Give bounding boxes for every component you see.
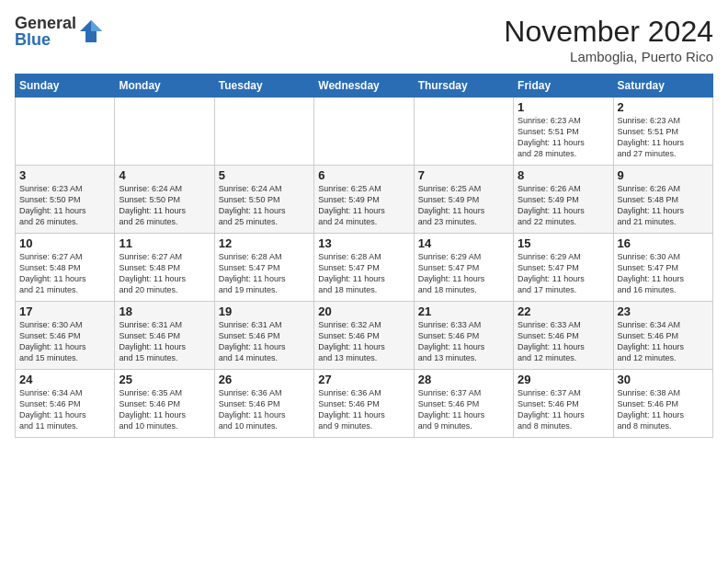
day-number: 29 [518, 373, 609, 386]
day-info: Sunrise: 6:29 AM Sunset: 5:47 PM Dayligh… [418, 251, 509, 296]
day-info: Sunrise: 6:33 AM Sunset: 5:46 PM Dayligh… [418, 319, 509, 364]
table-cell: 21Sunrise: 6:33 AM Sunset: 5:46 PM Dayli… [414, 302, 513, 370]
day-info: Sunrise: 6:24 AM Sunset: 5:50 PM Dayligh… [119, 183, 210, 228]
table-cell: 28Sunrise: 6:37 AM Sunset: 5:46 PM Dayli… [414, 370, 513, 438]
day-number: 14 [418, 236, 509, 250]
day-info: Sunrise: 6:38 AM Sunset: 5:46 PM Dayligh… [618, 387, 709, 432]
day-info: Sunrise: 6:30 AM Sunset: 5:46 PM Dayligh… [19, 319, 110, 364]
day-info: Sunrise: 6:33 AM Sunset: 5:46 PM Dayligh… [518, 319, 609, 364]
day-number: 1 [518, 100, 609, 114]
table-cell: 8Sunrise: 6:26 AM Sunset: 5:49 PM Daylig… [514, 166, 613, 234]
table-cell: 25Sunrise: 6:35 AM Sunset: 5:46 PM Dayli… [115, 370, 214, 438]
col-thursday: Thursday [414, 75, 513, 98]
col-monday: Monday [115, 75, 214, 98]
calendar-row: 3Sunrise: 6:23 AM Sunset: 5:50 PM Daylig… [16, 166, 713, 234]
table-cell: 26Sunrise: 6:36 AM Sunset: 5:46 PM Dayli… [214, 370, 313, 438]
day-number: 25 [119, 373, 210, 386]
day-number: 19 [219, 304, 310, 318]
day-number: 20 [318, 304, 409, 318]
table-cell: 24Sunrise: 6:34 AM Sunset: 5:46 PM Dayli… [16, 370, 115, 438]
table-cell [414, 98, 513, 166]
table-cell: 13Sunrise: 6:28 AM Sunset: 5:47 PM Dayli… [314, 234, 414, 302]
logo-blue: Blue [15, 31, 76, 48]
day-number: 22 [518, 304, 609, 318]
col-wednesday: Wednesday [314, 75, 414, 98]
day-number: 5 [219, 168, 310, 182]
table-cell: 4Sunrise: 6:24 AM Sunset: 5:50 PM Daylig… [115, 166, 214, 234]
table-cell: 29Sunrise: 6:37 AM Sunset: 5:46 PM Dayli… [514, 370, 613, 438]
calendar-page: General Blue November 2024 Lamboglia, Pu… [0, 0, 728, 563]
day-number: 3 [19, 168, 110, 182]
day-info: Sunrise: 6:36 AM Sunset: 5:46 PM Dayligh… [318, 387, 409, 432]
day-number: 8 [518, 168, 609, 182]
day-info: Sunrise: 6:28 AM Sunset: 5:47 PM Dayligh… [318, 251, 409, 296]
logo-general: General [15, 15, 76, 31]
table-cell: 30Sunrise: 6:38 AM Sunset: 5:46 PM Dayli… [613, 370, 712, 438]
day-number: 7 [418, 168, 509, 182]
day-number: 6 [318, 168, 409, 182]
table-cell: 5Sunrise: 6:24 AM Sunset: 5:50 PM Daylig… [214, 166, 313, 234]
day-number: 9 [618, 168, 709, 182]
calendar-row: 10Sunrise: 6:27 AM Sunset: 5:48 PM Dayli… [16, 234, 713, 302]
header-row: Sunday Monday Tuesday Wednesday Thursday… [16, 75, 713, 98]
day-number: 16 [618, 236, 709, 250]
day-number: 26 [219, 373, 310, 386]
location: Lamboglia, Puerto Rico [504, 49, 713, 64]
day-info: Sunrise: 6:26 AM Sunset: 5:49 PM Dayligh… [518, 183, 609, 228]
logo: General Blue [15, 15, 104, 48]
day-number: 4 [119, 168, 210, 182]
day-info: Sunrise: 6:37 AM Sunset: 5:46 PM Dayligh… [418, 387, 509, 432]
day-number: 28 [418, 373, 509, 386]
calendar-header: Sunday Monday Tuesday Wednesday Thursday… [16, 75, 713, 98]
day-info: Sunrise: 6:36 AM Sunset: 5:46 PM Dayligh… [219, 387, 310, 432]
day-info: Sunrise: 6:30 AM Sunset: 5:47 PM Dayligh… [618, 251, 709, 296]
day-number: 12 [219, 236, 310, 250]
table-cell: 14Sunrise: 6:29 AM Sunset: 5:47 PM Dayli… [414, 234, 513, 302]
table-cell: 22Sunrise: 6:33 AM Sunset: 5:46 PM Dayli… [514, 302, 613, 370]
table-cell [115, 98, 214, 166]
day-number: 18 [119, 304, 210, 318]
table-cell: 20Sunrise: 6:32 AM Sunset: 5:46 PM Dayli… [314, 302, 414, 370]
calendar-row: 1Sunrise: 6:23 AM Sunset: 5:51 PM Daylig… [16, 98, 713, 166]
table-cell: 18Sunrise: 6:31 AM Sunset: 5:46 PM Dayli… [115, 302, 214, 370]
table-cell [314, 98, 414, 166]
logo-icon [78, 18, 104, 44]
day-info: Sunrise: 6:34 AM Sunset: 5:46 PM Dayligh… [19, 387, 110, 432]
day-number: 30 [618, 373, 709, 386]
day-info: Sunrise: 6:23 AM Sunset: 5:50 PM Dayligh… [19, 183, 110, 228]
day-number: 24 [19, 373, 110, 386]
logo-text: General Blue [15, 15, 76, 48]
col-sunday: Sunday [16, 75, 115, 98]
table-cell [214, 98, 313, 166]
table-cell: 6Sunrise: 6:25 AM Sunset: 5:49 PM Daylig… [314, 166, 414, 234]
day-info: Sunrise: 6:27 AM Sunset: 5:48 PM Dayligh… [19, 251, 110, 296]
day-info: Sunrise: 6:32 AM Sunset: 5:46 PM Dayligh… [318, 319, 409, 364]
day-info: Sunrise: 6:31 AM Sunset: 5:46 PM Dayligh… [219, 319, 310, 364]
day-info: Sunrise: 6:28 AM Sunset: 5:47 PM Dayligh… [219, 251, 310, 296]
day-info: Sunrise: 6:24 AM Sunset: 5:50 PM Dayligh… [219, 183, 310, 228]
day-number: 27 [318, 373, 409, 386]
calendar-row: 17Sunrise: 6:30 AM Sunset: 5:46 PM Dayli… [16, 302, 713, 370]
day-info: Sunrise: 6:31 AM Sunset: 5:46 PM Dayligh… [119, 319, 210, 364]
table-cell: 19Sunrise: 6:31 AM Sunset: 5:46 PM Dayli… [214, 302, 313, 370]
header: General Blue November 2024 Lamboglia, Pu… [15, 15, 713, 64]
table-cell: 1Sunrise: 6:23 AM Sunset: 5:51 PM Daylig… [514, 98, 613, 166]
table-cell: 27Sunrise: 6:36 AM Sunset: 5:46 PM Dayli… [314, 370, 414, 438]
title-block: November 2024 Lamboglia, Puerto Rico [504, 15, 713, 64]
day-number: 23 [618, 304, 709, 318]
day-info: Sunrise: 6:23 AM Sunset: 5:51 PM Dayligh… [618, 115, 709, 160]
day-info: Sunrise: 6:35 AM Sunset: 5:46 PM Dayligh… [119, 387, 210, 432]
day-info: Sunrise: 6:29 AM Sunset: 5:47 PM Dayligh… [518, 251, 609, 296]
calendar-row: 24Sunrise: 6:34 AM Sunset: 5:46 PM Dayli… [16, 370, 713, 438]
day-number: 10 [19, 236, 110, 250]
day-info: Sunrise: 6:25 AM Sunset: 5:49 PM Dayligh… [318, 183, 409, 228]
day-info: Sunrise: 6:23 AM Sunset: 5:51 PM Dayligh… [518, 115, 609, 160]
table-cell: 9Sunrise: 6:26 AM Sunset: 5:48 PM Daylig… [613, 166, 712, 234]
table-cell: 2Sunrise: 6:23 AM Sunset: 5:51 PM Daylig… [613, 98, 712, 166]
day-number: 17 [19, 304, 110, 318]
table-cell: 11Sunrise: 6:27 AM Sunset: 5:48 PM Dayli… [115, 234, 214, 302]
day-number: 21 [418, 304, 509, 318]
month-title: November 2024 [504, 15, 713, 49]
table-cell: 3Sunrise: 6:23 AM Sunset: 5:50 PM Daylig… [16, 166, 115, 234]
day-number: 15 [518, 236, 609, 250]
